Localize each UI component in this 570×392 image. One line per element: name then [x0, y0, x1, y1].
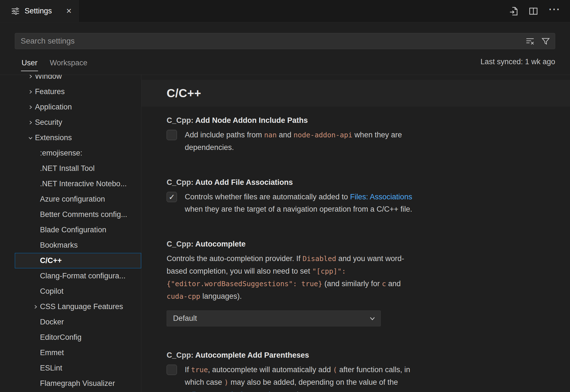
filter-icon[interactable]: [541, 37, 550, 45]
editor-tab-strip: Settings ✕ ⋯: [0, 0, 570, 22]
sidebar-item-flamegraph-visualizer[interactable]: Flamegraph Visualizer: [15, 376, 141, 391]
sidebar-item-label: C/C++: [40, 256, 62, 265]
sidebar-item-label: Azure configuration: [40, 195, 105, 204]
settings-main: Window Features Application Security Ext: [0, 75, 570, 392]
sidebar-item-label: Bookmarks: [40, 241, 78, 250]
editor-actions: ⋯: [509, 0, 570, 22]
description-text: Controls whether files are automatically…: [185, 193, 350, 201]
sidebar-item-bookmarks[interactable]: Bookmarks: [15, 238, 141, 253]
setting-select-value: Default: [173, 314, 197, 323]
inline-code: ): [224, 378, 228, 386]
settings-link-files-associations[interactable]: Files: Associations: [350, 193, 412, 201]
description-text: may also be added, depending on the valu…: [228, 378, 398, 386]
sidebar-item-c-c[interactable]: C/C++: [15, 253, 141, 268]
sidebar-item-security[interactable]: Security: [15, 115, 141, 130]
sidebar-item-blade-configuration[interactable]: Blade Configuration: [15, 222, 141, 238]
description-text: Add include paths from: [185, 131, 264, 139]
inline-code: (: [333, 366, 337, 374]
sidebar-item-net-install-tool[interactable]: .NET Install Tool: [15, 161, 141, 176]
sidebar-item-docker[interactable]: Docker: [15, 314, 141, 330]
setting-body: ✓ If true, autocomplete will automatical…: [167, 364, 420, 392]
open-settings-json-icon[interactable]: [509, 6, 519, 16]
setting-checkbox[interactable]: ✓: [167, 192, 177, 202]
sidebar-item-features[interactable]: Features: [15, 84, 141, 99]
sidebar-item-azure-configuration[interactable]: Azure configuration: [15, 192, 141, 207]
section-header: C/C++: [141, 80, 570, 107]
close-icon[interactable]: ✕: [66, 7, 72, 15]
sidebar-item-emmet[interactable]: Emmet: [15, 345, 141, 360]
description-text: when they are the target of a navigation…: [185, 205, 412, 213]
tab-workspace[interactable]: Workspace: [49, 52, 88, 71]
inline-code: true: [191, 366, 208, 374]
more-actions-icon[interactable]: ⋯: [548, 6, 560, 16]
sidebar-item-label: ESLint: [40, 364, 62, 372]
sidebar-item-label: .NET Interactive Notebo...: [40, 180, 127, 188]
inline-code: Disabled: [302, 255, 336, 263]
sidebar-item-label: Features: [35, 87, 65, 96]
setting-title-prefix: C_Cpp:: [167, 351, 195, 359]
tab-settings[interactable]: Settings ✕: [0, 0, 79, 22]
description-text: If: [185, 365, 191, 374]
sidebar-item-better-comments-config[interactable]: Better Comments config...: [15, 207, 141, 222]
sidebar-item-extensions[interactable]: Extensions: [15, 130, 141, 145]
sidebar-item-label: Better Comments config...: [40, 210, 127, 219]
chevron-right-icon: [26, 103, 35, 112]
settings-content: C/C++ C_Cpp: Add Node Addon Include Path…: [141, 75, 570, 392]
setting-autocomplete-add-parentheses: C_Cpp: Autocomplete Add Parentheses ✓ If…: [167, 351, 420, 392]
setting-description: Add include paths from nan and node-addo…: [185, 129, 420, 154]
sidebar-item-copilot[interactable]: Copilot: [15, 284, 141, 299]
setting-select[interactable]: Default: [167, 310, 381, 326]
setting-title-name: Auto Add File Associations: [195, 178, 293, 187]
chevron-down-icon: [369, 315, 376, 322]
description-text: setting.: [283, 391, 309, 392]
last-synced-label: Last synced: 1 wk ago: [481, 58, 555, 66]
settings-list: C_Cpp: Add Node Addon Include Paths ✓ Ad…: [141, 107, 570, 392]
search-input[interactable]: [20, 36, 519, 46]
settings-sliders-icon: [11, 7, 20, 15]
chevron-down-icon: [26, 133, 35, 142]
setting-description: Controls the auto-completion provider. I…: [167, 252, 420, 303]
split-editor-icon[interactable]: [529, 6, 538, 16]
setting-checkbox[interactable]: ✓: [167, 130, 177, 140]
sidebar-item-application[interactable]: Application: [15, 99, 141, 115]
description-text: languages).: [200, 292, 242, 300]
sidebar-item-net-interactive-notebo[interactable]: .NET Interactive Notebo...: [15, 176, 141, 192]
inline-code: c: [382, 280, 386, 288]
sidebar-item-eslint[interactable]: ESLint: [15, 360, 141, 376]
setting-add-node-addon-include-paths: C_Cpp: Add Node Addon Include Paths ✓ Ad…: [167, 116, 420, 154]
sidebar-item-css-language-features[interactable]: CSS Language Features: [15, 299, 141, 314]
sidebar-item-window[interactable]: Window: [15, 75, 141, 84]
setting-description: Controls whether files are automatically…: [185, 191, 420, 215]
sidebar-item-label: Extensions: [35, 133, 72, 142]
setting-title: C_Cpp: Add Node Addon Include Paths: [167, 116, 420, 125]
sidebar-item-editorconfig[interactable]: EditorConfig: [15, 330, 141, 345]
section-title: C/C++: [167, 87, 201, 100]
tab-user[interactable]: User: [21, 52, 38, 71]
setting-title-prefix: C_Cpp:: [167, 178, 195, 187]
clear-search-icon[interactable]: [526, 37, 534, 45]
settings-link-editor-auto-closing-brackets[interactable]: Editor: Auto Closing Brackets: [185, 391, 283, 392]
setting-title: C_Cpp: Autocomplete Add Parentheses: [167, 351, 420, 360]
setting-auto-add-file-associations: C_Cpp: Auto Add File Associations ✓ Cont…: [167, 178, 420, 215]
sidebar-item-label: EditorConfig: [40, 333, 82, 342]
sidebar-item-clang-format-configura[interactable]: Clang-Format configura...: [15, 268, 141, 284]
sidebar-item-label: Emmet: [40, 348, 64, 357]
sidebar-item-emojisense[interactable]: :emojisense:: [15, 145, 141, 161]
scope-tabs-row: User Workspace Last synced: 1 wk ago: [0, 49, 570, 75]
setting-body: ✓ Controls whether files are automatical…: [167, 191, 420, 215]
sidebar-item-label: Blade Configuration: [40, 226, 106, 234]
setting-title-name: Add Node Addon Include Paths: [195, 116, 308, 125]
sidebar-item-label: CSS Language Features: [40, 302, 123, 311]
sidebar-item-label: Clang-Format configura...: [40, 272, 126, 280]
tab-title: Settings: [25, 7, 52, 15]
chevron-right-icon: [26, 75, 35, 81]
settings-editor-window: Settings ✕ ⋯: [0, 0, 570, 392]
chevron-right-icon: [26, 87, 35, 96]
description-text: and: [277, 131, 294, 139]
setting-body: ✓ Add include paths from nan and node-ad…: [167, 129, 420, 154]
setting-checkbox[interactable]: ✓: [167, 365, 177, 375]
description-text: (and similarly for: [322, 279, 382, 288]
setting-title-name: Autocomplete Add Parentheses: [195, 351, 309, 359]
check-icon: ✓: [169, 193, 175, 202]
description-text: , autocomplete will automatically add: [208, 365, 333, 374]
